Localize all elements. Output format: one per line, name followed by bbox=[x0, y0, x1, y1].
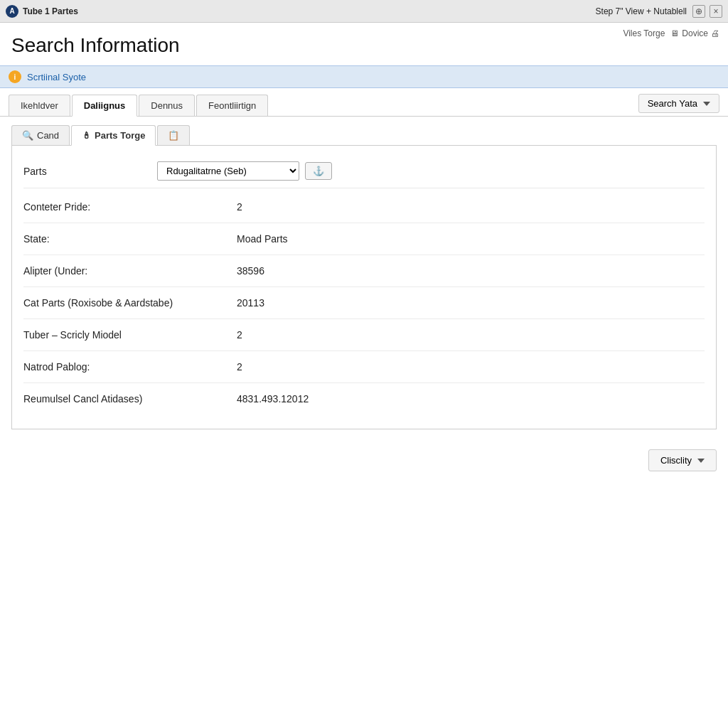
banner-icon: i bbox=[9, 70, 21, 83]
content-area: 🔍 Cand 🕯 Parts Torge 📋 Parts Rdugalitatr… bbox=[0, 117, 728, 438]
parts-action-button[interactable]: ⚓ bbox=[305, 162, 332, 180]
alipter-label: Alipter (Under: bbox=[23, 265, 237, 277]
bottom-bar: Clisclity bbox=[0, 438, 728, 471]
info-row-cat-parts: Cat Parts (Roxisobe & Aardstabe) 20113 bbox=[23, 287, 705, 319]
anchor-icon: ⚓ bbox=[313, 166, 324, 176]
device-icon2: 🖨 bbox=[711, 28, 719, 38]
cat-parts-value: 20113 bbox=[237, 297, 264, 309]
natrod-value: 2 bbox=[237, 361, 242, 373]
conteter-value: 2 bbox=[237, 201, 242, 213]
banner-label: Scrtiinal Syote bbox=[27, 72, 86, 82]
tab-daliignus[interactable]: Daliignus bbox=[72, 95, 138, 117]
parts-row: Parts Rdugalitatrne (Seb) ⚓ bbox=[23, 154, 705, 188]
app-title: Tube 1 Partes bbox=[23, 6, 78, 16]
cat-parts-label: Cat Parts (Roxisobe & Aardstabe) bbox=[23, 297, 237, 309]
info-row-tuber: Tuber – Scricly Miodel 2 bbox=[23, 319, 705, 351]
tab-dennus[interactable]: Dennus bbox=[139, 95, 195, 116]
app-icon: A bbox=[6, 5, 18, 18]
sub-tab-list[interactable]: 📋 bbox=[157, 125, 190, 145]
natrod-label: Natrod Pablog: bbox=[23, 361, 237, 373]
device-area: 🖥 Dovice 🖨 bbox=[670, 28, 719, 38]
info-table: Conteter Pride: 2 State: Moad Parts Alip… bbox=[23, 191, 705, 414]
state-value: Moad Parts bbox=[237, 233, 288, 245]
flame-icon: 🕯 bbox=[82, 130, 91, 141]
tab-ikehldver[interactable]: Ikehldver bbox=[9, 95, 70, 116]
info-row-alipter: Alipter (Under: 38596 bbox=[23, 255, 705, 287]
tuber-label: Tuber – Scricly Miodel bbox=[23, 329, 237, 341]
tuber-value: 2 bbox=[237, 329, 242, 341]
info-row-conteter: Conteter Pride: 2 bbox=[23, 191, 705, 223]
sub-tab-parts-torge[interactable]: 🕯 Parts Torge bbox=[71, 125, 156, 146]
alipter-value: 38596 bbox=[237, 265, 264, 277]
window-controls: ⊕ × bbox=[692, 5, 722, 18]
conteter-label: Conteter Pride: bbox=[23, 201, 237, 213]
tab-feontliirtign[interactable]: Feontliirtign bbox=[196, 95, 268, 116]
step-label: Step 7" View + Nutablell bbox=[596, 6, 687, 16]
reumulsel-label: Reumulsel Cancl Atidases) bbox=[23, 393, 237, 405]
search-icon: 🔍 bbox=[22, 130, 33, 141]
closicity-label: Clisclity bbox=[660, 455, 692, 466]
close-button[interactable]: × bbox=[710, 5, 722, 18]
title-bar-left: A Tube 1 Partes bbox=[6, 5, 78, 18]
title-bar-right: Step 7" View + Nutablell ⊕ × bbox=[596, 5, 722, 18]
info-row-natrod: Natrod Pablog: 2 bbox=[23, 351, 705, 383]
user-area: Viles Torge 🖥 Dovice 🖨 bbox=[623, 28, 719, 38]
tab-bar-left: Ikehldver Daliignus Dennus Feontliirtign bbox=[9, 95, 269, 116]
closicity-button[interactable]: Clisclity bbox=[648, 449, 717, 471]
title-bar: A Tube 1 Partes Step 7" View + Nutablell… bbox=[0, 0, 728, 23]
data-panel: Parts Rdugalitatrne (Seb) ⚓ Conteter Pri… bbox=[11, 146, 717, 429]
chevron-down-icon-2 bbox=[697, 459, 705, 463]
chevron-down-icon bbox=[703, 102, 710, 106]
page-title: Search Information bbox=[0, 23, 728, 65]
search-yata-label: Search Yata bbox=[648, 98, 697, 109]
parts-label: Parts bbox=[23, 166, 151, 177]
device-label: Dovice bbox=[682, 28, 708, 38]
main-window: Viles Torge 🖥 Dovice 🖨 Search Informatio… bbox=[0, 23, 728, 728]
user-name: Viles Torge bbox=[623, 28, 665, 38]
sub-tab-cand[interactable]: 🔍 Cand bbox=[11, 125, 70, 145]
monitor-icon: 🖥 bbox=[670, 28, 679, 38]
state-label: State: bbox=[23, 233, 237, 245]
sub-tab-strip: 🔍 Cand 🕯 Parts Torge 📋 bbox=[11, 125, 717, 146]
tab-bar: Ikehldver Daliignus Dennus Feontliirtign… bbox=[0, 88, 728, 117]
info-row-state: State: Moad Parts bbox=[23, 223, 705, 255]
reumulsel-value: 4831.493.12012 bbox=[237, 393, 309, 405]
blue-banner: i Scrtiinal Syote bbox=[0, 65, 728, 88]
parts-dropdown[interactable]: Rdugalitatrne (Seb) bbox=[157, 161, 299, 181]
add-button[interactable]: ⊕ bbox=[692, 5, 705, 18]
list-icon: 📋 bbox=[168, 130, 179, 141]
search-yata-button[interactable]: Search Yata bbox=[638, 94, 719, 113]
info-row-reumulsel: Reumulsel Cancl Atidases) 4831.493.12012 bbox=[23, 383, 705, 414]
